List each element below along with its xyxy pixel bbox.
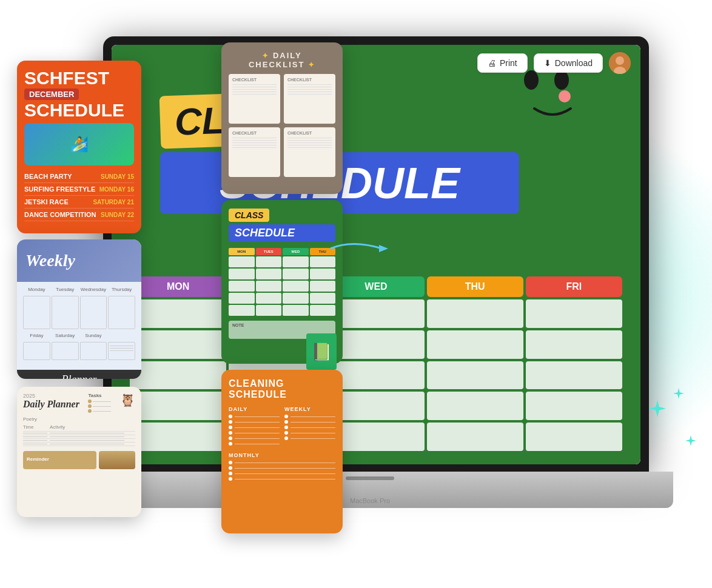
beach-title-top: SCHFEST DECEMBER SCHEDULE (24, 69, 134, 119)
box-label: CHECKLIST (287, 131, 332, 135)
day-label: Sunday (80, 333, 107, 338)
cleaning-item (229, 436, 280, 440)
beach-events: BEACH PARTY SUNDAY 15 SURFING FREESTYLE … (24, 170, 134, 221)
daily-header: 2025 Daily Planner Tasks 🦉 (23, 393, 135, 413)
daily-planner-card[interactable]: 2025 Daily Planner Tasks 🦉 Poetry Time A… (17, 387, 141, 517)
mini-cell (283, 281, 309, 292)
day-label: Tuesday (52, 287, 79, 292)
daily-row (23, 443, 135, 446)
tasks-label: Tasks (88, 393, 111, 398)
mini-body (229, 256, 335, 316)
mini-cell (283, 256, 309, 267)
event-date: SUNDAY 15 (101, 173, 134, 180)
checklist-box: CHECKLIST (229, 127, 280, 177)
event-row: JETSKI RACE SATURDAY 21 (24, 196, 134, 209)
weekly-days-row: Monday Tuesday Wednesday Thursday (23, 287, 135, 292)
beach-badge: DECEMBER (24, 89, 79, 100)
daily-title: Daily Planner (23, 399, 79, 410)
daily-section-label: DAILY (229, 406, 280, 412)
event-name: BEACH PARTY (24, 173, 72, 180)
weekly-footer: Planner (17, 370, 141, 379)
mini-day: MON (229, 248, 255, 255)
book-icon: 📗 (306, 333, 337, 370)
weekly-days-row2: Friday Saturday Sunday (23, 333, 135, 338)
daily-year: 2025 (23, 393, 79, 399)
mini-cell (310, 305, 336, 316)
event-date: SATURDAY 21 (93, 199, 134, 205)
mini-cell (229, 269, 255, 279)
day-label: Wednesday (80, 287, 107, 292)
cleaning-item (229, 477, 335, 481)
note-label: NOTE (232, 323, 332, 327)
beach-title-schfest: SCHFEST (24, 69, 134, 87)
beach-schedule-card[interactable]: SCHFEST DECEMBER SCHEDULE 🏄 BEACH PARTY … (17, 61, 141, 233)
cleaning-weekly-section: WEEKLY (284, 406, 335, 447)
class-schedule-small-card[interactable]: CLASS SCHEDULE MON TUES WED THU (221, 200, 343, 364)
class-tag-blue: SCHEDULE (229, 224, 335, 242)
checklist-box: CHECKLIST (284, 127, 335, 177)
svg-marker-6 (379, 245, 388, 252)
box-label: CHECKLIST (232, 131, 277, 135)
mini-cell (256, 269, 282, 279)
class-mini-grid: MON TUES WED THU (229, 248, 335, 316)
task-dots (88, 399, 111, 413)
cleaning-item (284, 436, 335, 440)
day-label (108, 333, 135, 338)
event-date: MONDAY 16 (99, 186, 134, 193)
weekly-section-label: WEEKLY (284, 406, 335, 412)
mini-day: WED (283, 248, 309, 255)
mini-cell (283, 293, 309, 304)
weekly-footer-text: Planner (25, 373, 133, 379)
class-tag-yellow: CLASS (229, 209, 269, 222)
cleaning-item (229, 415, 280, 418)
reminder-area: Reminder (23, 451, 96, 469)
cleaning-item (229, 472, 335, 475)
connecting-arrow (327, 236, 388, 261)
cleaning-title: CLEANING SCHEDULE (229, 378, 335, 400)
box-label: CHECKLIST (232, 78, 277, 82)
daily-row: Time Activity (23, 423, 135, 432)
day-label: Thursday (108, 287, 135, 292)
weekly-grid-bottom (23, 342, 135, 360)
event-row: DANCE COMPETITION SUNDAY 22 (24, 209, 134, 221)
mini-cell (229, 281, 255, 292)
cleaning-item (229, 442, 280, 446)
cleaning-schedule-card[interactable]: CLEANING SCHEDULE DAILY WEEKLY MONTH (221, 370, 343, 533)
weekly-title: Weekly (25, 251, 75, 270)
mini-cell (229, 256, 255, 267)
weekly-body: Monday Tuesday Wednesday Thursday Friday… (17, 282, 141, 365)
star-left-icon: ✦ (262, 52, 269, 60)
mini-day: TUES (256, 248, 282, 255)
checklist-title-daily: DAILY (273, 51, 302, 60)
daily-footer: Reminder (23, 451, 135, 469)
star-right-icon: ✦ (308, 61, 315, 69)
monthly-section-label: MONTHLY (229, 452, 335, 458)
mini-cell (229, 305, 255, 316)
event-name: DANCE COMPETITION (24, 211, 96, 218)
checklist-grid: CHECKLIST CHECKLIST CHECKLIST (229, 74, 335, 177)
weekly-planner-card[interactable]: Weekly Monday Tuesday Wednesday Thursday… (17, 239, 141, 379)
time-label: Time (23, 424, 47, 430)
mini-cell (256, 281, 282, 292)
weekly-grid-top (23, 296, 135, 329)
cleaning-item (229, 461, 335, 464)
cleaning-item (284, 415, 335, 418)
mini-cell (256, 256, 282, 267)
checklist-box: CHECKLIST (284, 74, 335, 124)
daily-title-area: 2025 Daily Planner (23, 393, 79, 410)
cleaning-monthly-section: MONTHLY (229, 452, 335, 481)
cleaning-item (284, 431, 335, 435)
reminder-label: Reminder (23, 455, 96, 464)
checklist-card[interactable]: ✦ DAILY CHECKLIST ✦ CHECKLIST CHECKLIST (221, 42, 343, 194)
day-label: Monday (23, 287, 50, 292)
mini-cell (283, 269, 309, 279)
beach-title-schedule: SCHEDULE (24, 101, 134, 119)
cleaning-item (229, 420, 280, 424)
weekly-header: Weekly (17, 239, 141, 282)
checklist-box: CHECKLIST (229, 74, 280, 124)
mini-cell (310, 293, 336, 304)
mini-cell (310, 269, 336, 279)
owl-icon: 🦉 (120, 393, 135, 407)
event-name: JETSKI RACE (24, 198, 69, 205)
tasks-area: Tasks (88, 393, 111, 413)
